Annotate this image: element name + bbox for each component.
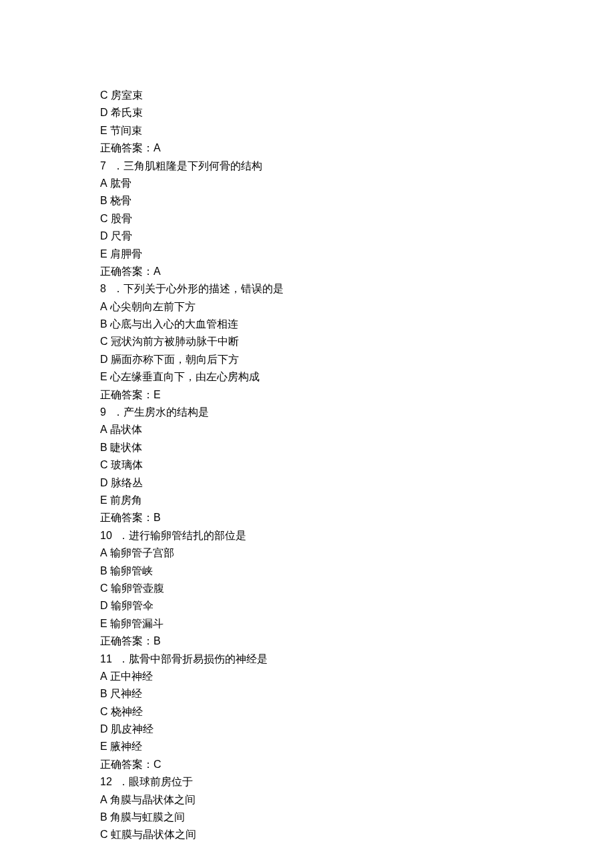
question-option: A 正中神经	[100, 668, 514, 685]
option-text: 节间束	[110, 125, 142, 136]
option-label: E	[100, 371, 107, 382]
orphan-options: C 房室束D 希氏束E 节间束正确答案：A	[100, 87, 514, 157]
answer-line: 正确答案：C	[100, 756, 514, 773]
question-number: 9	[100, 406, 106, 418]
question-option: A 心尖朝向左前下方	[100, 298, 514, 316]
answer-letter: A	[154, 142, 161, 153]
question-option: A 角膜与晶状体之间	[100, 791, 514, 809]
question-option: A 输卵管子宫部	[100, 544, 514, 562]
option-text: 角膜与虹膜之间	[110, 811, 185, 823]
question-option: E 腋神经	[100, 738, 514, 755]
option-text: 晶状体	[110, 424, 142, 435]
orphan-option: C 房室束	[100, 87, 514, 104]
option-label: D	[100, 354, 108, 365]
option-label: C	[100, 336, 108, 347]
option-label: C	[100, 582, 108, 594]
answer-prefix: 正确答案：	[100, 142, 154, 153]
question-option: C 虹膜与晶状体之间	[100, 826, 514, 843]
question-option: E 肩胛骨	[100, 246, 514, 263]
option-label: E	[100, 248, 107, 260]
answer-prefix: 正确答案：	[100, 635, 154, 646]
option-label: C	[100, 89, 108, 101]
question-option: B 尺神经	[100, 685, 514, 703]
option-label: C	[100, 213, 108, 224]
question-option: D 输卵管伞	[100, 597, 514, 614]
document-page: C 房室束D 希氏束E 节间束正确答案：A 7．三角肌粗隆是下列何骨的结构A 肱…	[0, 0, 614, 868]
option-text: 尺骨	[111, 230, 132, 242]
question-option: D 肌皮神经	[100, 721, 514, 738]
option-label: B	[100, 442, 107, 453]
question-option: B 角膜与虹膜之间	[100, 809, 514, 826]
option-text: 角膜与晶状体之间	[110, 794, 196, 805]
option-label: D	[100, 600, 108, 611]
question-option: B 睫状体	[100, 439, 514, 456]
option-text: 前房角	[110, 494, 142, 506]
answer-letter: E	[154, 389, 161, 400]
option-label: E	[100, 741, 107, 752]
option-text: 输卵管漏斗	[110, 618, 164, 629]
option-text: 冠状沟前方被肺动脉干中断	[111, 336, 239, 347]
option-text: 心尖朝向左前下方	[110, 301, 196, 312]
option-label: A	[100, 671, 107, 682]
option-text: 脉络丛	[111, 477, 143, 488]
question-text: ．进行输卵管结扎的部位是	[118, 530, 246, 541]
option-text: 桡骨	[110, 195, 131, 206]
question-text: ．下列关于心外形的描述，错误的是	[113, 283, 284, 294]
question-option: E 前房角	[100, 492, 514, 509]
option-label: A	[100, 424, 107, 435]
option-text: 玻璃体	[111, 459, 143, 470]
answer-letter: B	[154, 635, 161, 646]
option-text: 心左缘垂直向下，由左心房构成	[110, 371, 260, 382]
orphan-option: D 希氏束	[100, 104, 514, 121]
option-label: D	[100, 107, 108, 118]
answer-prefix: 正确答案：	[100, 266, 154, 277]
question-option: E 心左缘垂直向下，由左心房构成	[100, 368, 514, 386]
question-option: D 脉络丛	[100, 474, 514, 492]
option-label: E	[100, 618, 107, 629]
question-number: 11	[100, 653, 112, 665]
option-label: C	[100, 459, 108, 470]
option-label: B	[100, 565, 107, 576]
answer-line: 正确答案：A	[100, 263, 514, 280]
option-label: A	[100, 547, 107, 558]
question-option: D 膈面亦称下面，朝向后下方	[100, 351, 514, 368]
question-option: C 输卵管壶腹	[100, 580, 514, 597]
questions-container: 7．三角肌粗隆是下列何骨的结构A 肱骨B 桡骨C 股骨D 尺骨E 肩胛骨正确答案…	[100, 157, 514, 844]
answer-line: 正确答案：E	[100, 386, 514, 404]
question-number: 7	[100, 160, 106, 171]
option-label: B	[100, 318, 107, 330]
option-text: 输卵管子宫部	[110, 547, 174, 558]
option-label: D	[100, 230, 108, 242]
question-stem: 8．下列关于心外形的描述，错误的是	[100, 280, 514, 298]
question-number: 8	[100, 283, 106, 294]
option-label: C	[100, 829, 108, 840]
option-text: 虹膜与晶状体之间	[111, 829, 196, 840]
question-option: B 输卵管峡	[100, 562, 514, 580]
question-stem: 12．眼球前房位于	[100, 773, 514, 791]
option-text: 输卵管伞	[111, 600, 154, 611]
question-stem: 7．三角肌粗隆是下列何骨的结构	[100, 157, 514, 175]
option-text: 肩胛骨	[110, 248, 142, 260]
option-label: B	[100, 195, 107, 206]
question-option: D 尺骨	[100, 228, 514, 245]
question-number: 10	[100, 530, 112, 541]
option-label: B	[100, 688, 107, 699]
question-text: ．三角肌粗隆是下列何骨的结构	[113, 160, 262, 171]
answer-letter: C	[154, 759, 162, 770]
option-label: E	[100, 125, 107, 136]
question-option: B 心底与出入心的大血管相连	[100, 316, 514, 333]
question-option: C 冠状沟前方被肺动脉干中断	[100, 333, 514, 350]
question-stem: 10．进行输卵管结扎的部位是	[100, 527, 514, 544]
option-label: A	[100, 794, 107, 805]
option-text: 输卵管峡	[110, 565, 153, 576]
option-label: C	[100, 706, 108, 717]
option-text: 尺神经	[110, 688, 142, 699]
question-option: C 股骨	[100, 210, 514, 228]
question-stem: 11．肱骨中部骨折易损伤的神经是	[100, 650, 514, 668]
option-text: 肱骨	[110, 177, 131, 189]
option-label: D	[100, 477, 108, 488]
option-label: A	[100, 177, 107, 189]
option-text: 膈面亦称下面，朝向后下方	[111, 354, 239, 365]
option-text: 心底与出入心的大血管相连	[110, 318, 238, 330]
answer-letter: B	[154, 512, 161, 523]
